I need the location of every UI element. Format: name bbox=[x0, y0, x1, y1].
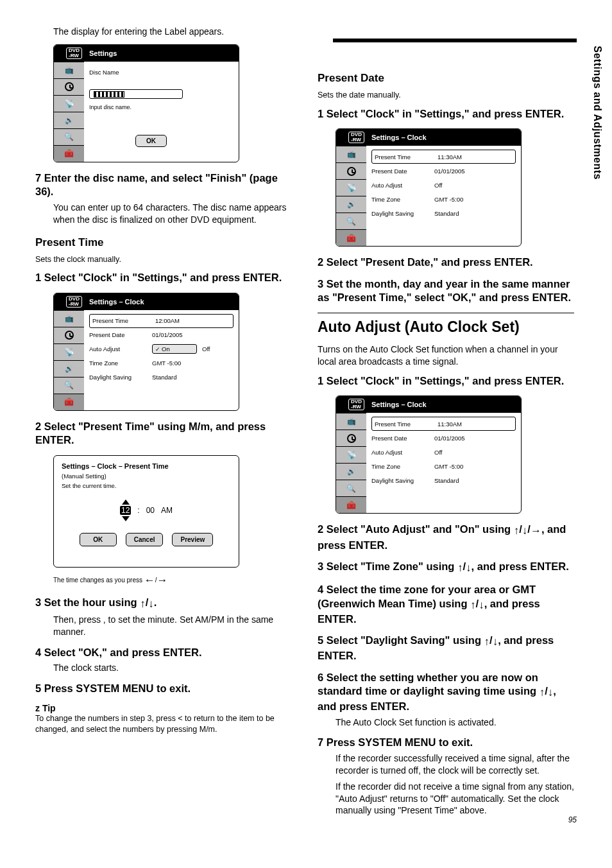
subsection-present-time: Present Time bbox=[35, 236, 292, 249]
pt-step4-head: 4 Select "OK," and press ENTER. bbox=[35, 646, 292, 659]
sidebar-antenna-icon: 📡 bbox=[336, 446, 366, 463]
time-spinner[interactable]: 12 : 00 AM bbox=[62, 499, 231, 521]
aa-step5-head: 5 Select "Daylight Saving" using ↑/↓, an… bbox=[318, 634, 574, 663]
sidebar-tv-icon: 📺 bbox=[54, 62, 84, 78]
aa-step1-head: 1 Select "Clock" in "Settings," and pres… bbox=[318, 374, 574, 388]
osd-title: Settings bbox=[84, 45, 239, 62]
sidebar-audio-icon: 🔊 bbox=[336, 196, 366, 213]
pt-step3-body: Then, press , to set the minute. Set AM/… bbox=[53, 614, 292, 638]
pt-step4-body: The clock starts. bbox=[53, 662, 292, 674]
sidebar-disc-icon: DVD-RW bbox=[54, 45, 84, 62]
up-arrow-icon: ↑ bbox=[140, 598, 146, 610]
present-date-desc: Sets the date manually. bbox=[318, 90, 574, 101]
hour-segment[interactable]: 12 bbox=[120, 506, 131, 515]
sidebar-audio-icon: 🔊 bbox=[54, 360, 84, 377]
input-hint: Input disc name. bbox=[89, 104, 234, 110]
sidebar-zoom-icon: 🔍 bbox=[54, 377, 84, 394]
screenshot-settings-clock-3: DVD-RW 📺 📡 🔊 🔍 🧰 Settings – Clock Presen… bbox=[336, 395, 522, 514]
aa-step3-head: 3 Select "Time Zone" using ↑/↓, and pres… bbox=[318, 560, 574, 575]
label-disc-name: Disc Name bbox=[89, 69, 152, 76]
side-tab-label: Settings and Adjustments bbox=[591, 46, 603, 180]
row-auto-adjust[interactable]: Auto Adjust On Off bbox=[89, 342, 234, 356]
sidebar-clock-icon bbox=[336, 430, 366, 446]
row-present-time[interactable]: Present Time 12:00AM bbox=[89, 314, 234, 328]
sidebar-disc-icon: DVD-RW bbox=[336, 129, 366, 146]
sidebar-audio-icon: 🔊 bbox=[54, 112, 84, 128]
down-arrow-icon: ↓ bbox=[148, 598, 154, 610]
pd-step2-head: 2 Select "Present Date," and press ENTER… bbox=[318, 256, 574, 269]
pt-step3-head: 3 Set the hour using ↑/↓. bbox=[35, 596, 292, 611]
left-column: The display for entering the Label appea… bbox=[35, 26, 292, 824]
minute-segment[interactable]: 00 bbox=[146, 506, 155, 515]
sidebar-tools-icon: 🧰 bbox=[54, 145, 84, 162]
osd-title: Settings – Clock bbox=[84, 293, 239, 310]
pd-step1-head: 1 Select "Clock" in "Settings," and pres… bbox=[318, 107, 574, 121]
screenshot-settings-clock-2: DVD-RW 📺 📡 🔊 🔍 🧰 Settings – Clock Presen… bbox=[336, 128, 522, 247]
sidebar-zoom-icon: 🔍 bbox=[336, 480, 366, 496]
triangle-down-icon bbox=[122, 516, 130, 521]
osd-title: Settings – Clock bbox=[366, 129, 521, 146]
dialog-caption: The time changes as you press ←/→ bbox=[53, 574, 292, 587]
screenshot-settings-clock-1: DVD-RW 📺 📡 🔊 🔍 🧰 Settings – Clock Presen… bbox=[53, 293, 239, 411]
rule bbox=[318, 313, 574, 313]
sidebar-tools-icon: 🧰 bbox=[54, 394, 84, 410]
sidebar-clock-icon bbox=[336, 162, 366, 179]
dialog-ok-button[interactable]: OK bbox=[80, 533, 117, 546]
ampm-segment[interactable]: AM bbox=[161, 506, 173, 515]
osd-title: Settings – Clock bbox=[366, 396, 521, 413]
step-7-body: You can enter up to 64 characters. The d… bbox=[53, 202, 292, 226]
intro-text: The display for entering the Label appea… bbox=[53, 26, 292, 38]
pt-step1-head: 1 Select "Clock" in "Settings," and pres… bbox=[35, 271, 292, 284]
tip-body: To change the numbers in step 3, press <… bbox=[35, 713, 292, 735]
sidebar-antenna-icon: 📡 bbox=[54, 95, 84, 112]
dialog-subtitle: (Manual Setting) bbox=[62, 473, 231, 480]
sidebar-clock-icon bbox=[54, 327, 84, 343]
sidebar-zoom-icon: 🔍 bbox=[54, 128, 84, 145]
right-column: Present Date Sets the date manually. 1 S… bbox=[318, 26, 574, 824]
osd-sidebar: DVD-RW 📺 📡 🔊 🔍 🧰 bbox=[54, 45, 84, 162]
sidebar-tools-icon: 🧰 bbox=[336, 496, 366, 513]
right-arrow-icon: → bbox=[157, 574, 168, 586]
subsection-present-date: Present Date bbox=[318, 72, 574, 85]
sidebar-disc-icon: DVD-RW bbox=[54, 293, 84, 310]
screenshot-clock-dialog: Settings – Clock – Present Time (Manual … bbox=[53, 455, 239, 568]
triangle-up-icon bbox=[122, 499, 130, 505]
disc-name-input[interactable] bbox=[89, 89, 183, 99]
ok-button[interactable]: OK bbox=[135, 135, 167, 147]
tip-heading: z Tip bbox=[35, 703, 292, 713]
aa-step7-body2: If the recorder did not receive a time s… bbox=[336, 781, 574, 817]
aa-step7-head: 7 Press SYSTEM MENU to exit. bbox=[318, 736, 574, 749]
sidebar-clock-icon bbox=[54, 78, 84, 95]
row-present-time[interactable]: Present Time 11:30AM bbox=[371, 417, 516, 431]
row-present-time[interactable]: Present Time 11:30AM bbox=[371, 150, 516, 164]
aa-step4-head: 4 Select the time zone for your area or … bbox=[318, 583, 574, 626]
auto-adjust-desc: Turns on the Auto Clock Set function whe… bbox=[318, 343, 574, 368]
sidebar-audio-icon: 🔊 bbox=[336, 463, 366, 480]
aa-step2-head: 2 Select "Auto Adjust" and "On" using ↑/… bbox=[318, 523, 574, 552]
dialog-title: Settings – Clock – Present Time bbox=[62, 462, 231, 470]
dialog-cancel-button[interactable]: Cancel bbox=[126, 533, 164, 546]
section-auto-adjust: Auto Adjust (Auto Clock Set) bbox=[318, 318, 574, 336]
sidebar-tools-icon: 🧰 bbox=[336, 229, 366, 246]
aa-step6-head: 6 Select the setting whether you are now… bbox=[318, 671, 574, 714]
auto-adjust-on-option[interactable]: On bbox=[152, 344, 197, 354]
sidebar-tv-icon: 📺 bbox=[336, 146, 366, 162]
sidebar-antenna-icon: 📡 bbox=[54, 343, 84, 360]
aa-step7-body1: If the recorder successfully received a … bbox=[336, 752, 574, 777]
dialog-prompt: Set the current time. bbox=[62, 482, 231, 489]
pt-step5-head: 5 Press SYSTEM MENU to exit. bbox=[35, 682, 292, 695]
section-divider bbox=[333, 39, 577, 42]
step-7-head: 7 Enter the disc name, and select "Finis… bbox=[35, 171, 292, 199]
page-number: 95 bbox=[568, 815, 577, 824]
pd-step3-head: 3 Set the month, day and year in the sam… bbox=[318, 277, 574, 305]
present-time-desc: Sets the clock manually. bbox=[35, 254, 292, 265]
sidebar-tv-icon: 📺 bbox=[54, 310, 84, 327]
screenshot-settings-discname: DVD-RW 📺 📡 🔊 🔍 🧰 Settings Disc Name bbox=[53, 44, 239, 162]
sidebar-antenna-icon: 📡 bbox=[336, 179, 366, 196]
sidebar-disc-icon: DVD-RW bbox=[336, 396, 366, 413]
dialog-preview-button[interactable]: Preview bbox=[172, 533, 213, 546]
aa-step6-body: The Auto Clock Set function is activated… bbox=[336, 716, 574, 729]
sidebar-zoom-icon: 🔍 bbox=[336, 213, 366, 229]
pt-step2-head: 2 Select "Present Time" using M/m, and p… bbox=[35, 420, 292, 447]
sidebar-tv-icon: 📺 bbox=[336, 413, 366, 430]
